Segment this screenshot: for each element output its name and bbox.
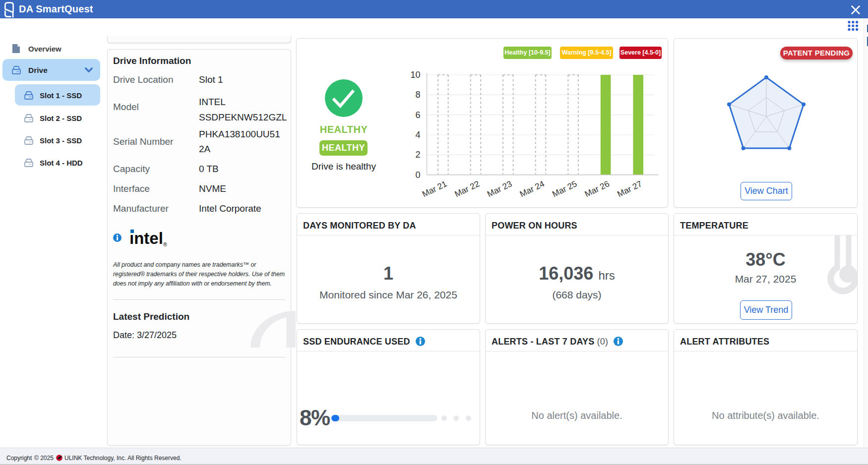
svg-text:Mar 26: Mar 26 xyxy=(583,179,611,199)
svg-text:Mar 22: Mar 22 xyxy=(453,179,481,199)
svg-text:Mar 23: Mar 23 xyxy=(486,179,513,199)
svg-text:4: 4 xyxy=(415,130,420,140)
svg-text:Mar 21: Mar 21 xyxy=(421,179,448,199)
svg-text:0: 0 xyxy=(415,170,420,180)
svg-text:8: 8 xyxy=(415,90,420,100)
svg-text:Mar 27: Mar 27 xyxy=(616,179,644,199)
svg-text:Mar 24: Mar 24 xyxy=(518,179,546,199)
svg-text:10: 10 xyxy=(410,70,420,80)
svg-text:6: 6 xyxy=(415,110,420,120)
svg-text:Mar 25: Mar 25 xyxy=(551,179,578,199)
svg-text:2: 2 xyxy=(415,150,420,160)
